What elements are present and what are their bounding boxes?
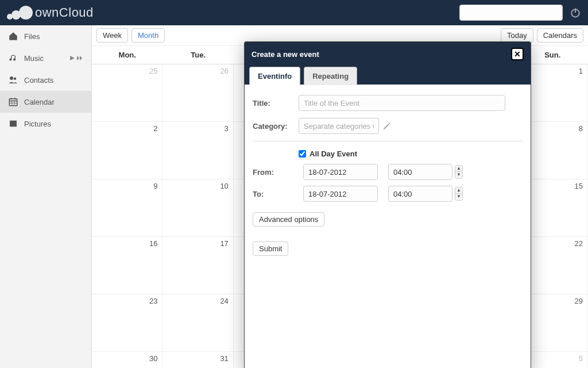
topbar: ownCloud bbox=[0, 0, 588, 25]
title-label: Title: bbox=[253, 99, 293, 108]
day-number: 23 bbox=[149, 297, 157, 305]
spinner-up-icon[interactable]: ▲ bbox=[455, 187, 462, 194]
calendars-button[interactable]: Calendars bbox=[537, 28, 583, 43]
day-number: 22 bbox=[574, 239, 582, 248]
sidebar-item-music[interactable]: Music bbox=[0, 47, 91, 69]
sidebar-item-files[interactable]: Files bbox=[0, 25, 91, 47]
day-number: 5 bbox=[579, 354, 583, 363]
day-number: 30 bbox=[149, 354, 157, 363]
today-button[interactable]: Today bbox=[501, 28, 533, 43]
calendar-day-cell[interactable]: 9 bbox=[92, 179, 163, 237]
new-event-dialog: Create a new event ✕ Eventinfo Repeating… bbox=[244, 41, 531, 368]
calendar-day-cell[interactable]: 16 bbox=[92, 237, 163, 294]
day-number: 10 bbox=[220, 182, 228, 190]
dialog-title: Create a new event bbox=[252, 50, 319, 59]
music-icon bbox=[8, 53, 18, 63]
calendar-day-cell[interactable]: 2 bbox=[92, 122, 163, 179]
play-controls-icon bbox=[69, 55, 83, 61]
spinner-down-icon[interactable]: ▼ bbox=[455, 194, 462, 200]
day-number: 24 bbox=[220, 297, 228, 305]
day-number: 16 bbox=[149, 239, 157, 248]
cloud-icon bbox=[7, 6, 33, 20]
allday-checkbox[interactable] bbox=[299, 150, 306, 158]
power-icon[interactable] bbox=[570, 7, 581, 18]
sidebar-item-label: Files bbox=[24, 32, 40, 41]
calendar-day-cell[interactable]: 10 bbox=[163, 179, 233, 237]
svg-point-5 bbox=[14, 78, 17, 80]
to-label: To: bbox=[253, 190, 293, 198]
day-number: 29 bbox=[574, 297, 582, 305]
from-time-input[interactable] bbox=[388, 164, 452, 180]
to-time-spinner[interactable]: ▲ ▼ bbox=[455, 187, 463, 201]
sidebar-item-pictures[interactable]: Pictures bbox=[0, 113, 91, 135]
close-button[interactable]: ✕ bbox=[511, 48, 524, 60]
main: Week Month Today Calendars Mon.Tue.Wed.T… bbox=[92, 25, 588, 368]
view-month-button[interactable]: Month bbox=[131, 28, 165, 43]
calendar-day-cell[interactable]: 26 bbox=[163, 64, 233, 122]
to-time-input[interactable] bbox=[388, 186, 452, 202]
day-number: 3 bbox=[225, 124, 229, 133]
allday-label: All Day Event bbox=[310, 150, 357, 158]
calendar-day-cell[interactable]: 25 bbox=[92, 64, 163, 122]
to-date-input[interactable] bbox=[303, 186, 378, 202]
category-label: Category: bbox=[253, 122, 293, 131]
day-number: 17 bbox=[220, 239, 228, 248]
calendar-day-cell[interactable]: 30 bbox=[92, 352, 163, 368]
search-wrap bbox=[459, 5, 563, 21]
day-number: 1 bbox=[579, 67, 583, 75]
advanced-options-button[interactable]: Advanced options bbox=[253, 212, 324, 227]
from-label: From: bbox=[253, 168, 293, 177]
from-time-spinner[interactable]: ▲ ▼ bbox=[455, 165, 463, 179]
sidebar-item-contacts[interactable]: Contacts bbox=[0, 69, 91, 91]
pictures-icon bbox=[8, 118, 18, 129]
tab-eventinfo[interactable]: Eventinfo bbox=[249, 67, 300, 85]
category-input[interactable] bbox=[299, 118, 379, 134]
tab-repeating[interactable]: Repeating bbox=[304, 67, 357, 85]
calendar-day-cell[interactable]: 3 bbox=[163, 122, 233, 179]
submit-button[interactable]: Submit bbox=[253, 241, 288, 256]
dialog-header[interactable]: Create a new event ✕ bbox=[245, 42, 531, 66]
view-week-button[interactable]: Week bbox=[96, 28, 128, 43]
svg-point-4 bbox=[10, 76, 13, 80]
from-date-input[interactable] bbox=[303, 164, 378, 180]
calendar-day-header: Mon. bbox=[92, 46, 163, 64]
day-number: 15 bbox=[574, 182, 582, 190]
contacts-icon bbox=[8, 75, 18, 85]
sidebar-item-label: Music bbox=[24, 54, 44, 63]
logo[interactable]: ownCloud bbox=[7, 5, 94, 20]
sidebar-item-label: Pictures bbox=[24, 120, 51, 128]
sidebar-item-label: Contacts bbox=[24, 76, 53, 85]
spinner-down-icon[interactable]: ▼ bbox=[455, 172, 462, 178]
event-title-input[interactable] bbox=[299, 95, 505, 111]
day-number: 8 bbox=[579, 124, 583, 133]
brand-text: ownCloud bbox=[35, 5, 94, 20]
search-input[interactable] bbox=[459, 5, 563, 21]
day-number: 25 bbox=[149, 67, 157, 75]
svg-rect-13 bbox=[10, 121, 17, 127]
spinner-up-icon[interactable]: ▲ bbox=[455, 166, 462, 172]
home-icon bbox=[8, 31, 18, 41]
svg-rect-6 bbox=[9, 99, 17, 106]
sidebar-item-label: Calendar bbox=[24, 98, 55, 106]
calendar-day-cell[interactable]: 24 bbox=[163, 294, 233, 352]
day-number: 31 bbox=[220, 354, 228, 363]
sidebar: Files Music Contacts Calendar Pictures bbox=[0, 25, 92, 368]
day-number: 2 bbox=[153, 124, 157, 133]
day-number: 9 bbox=[153, 182, 157, 190]
calendar-day-cell[interactable]: 23 bbox=[92, 294, 163, 352]
calendar-day-header: Tue. bbox=[163, 46, 233, 64]
calendar-day-cell[interactable]: 17 bbox=[163, 237, 233, 294]
divider bbox=[253, 141, 523, 141]
day-number: 26 bbox=[220, 67, 228, 75]
calendar-day-cell[interactable]: 31 bbox=[163, 352, 233, 368]
edit-icon[interactable] bbox=[382, 122, 391, 131]
close-icon: ✕ bbox=[514, 49, 521, 59]
sidebar-item-calendar[interactable]: Calendar bbox=[0, 91, 91, 113]
calendar-icon bbox=[8, 97, 18, 107]
